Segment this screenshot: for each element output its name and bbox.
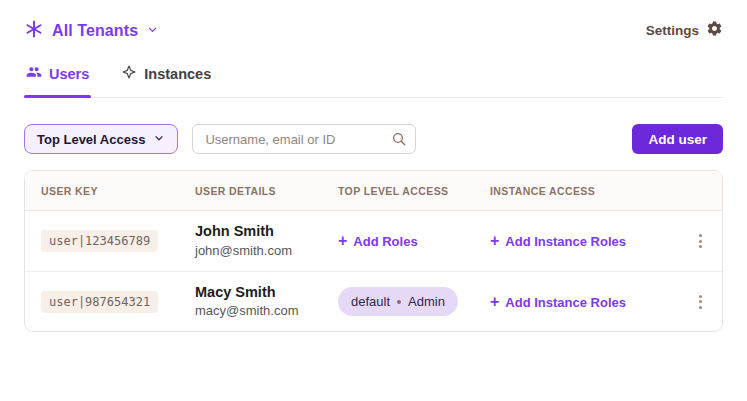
search-input[interactable] [192,124,416,154]
table-row: user|123456789 John Smith john@smith.com… [25,211,722,271]
sparkle-icon [121,64,137,84]
user-name: Macy Smith [195,283,338,301]
add-roles-label: Add Roles [353,234,417,249]
user-email: macy@smith.com [195,303,338,320]
role-badge: default Admin [338,287,458,316]
role-badge-environment: default [351,294,390,309]
plus-icon: + [490,233,499,249]
user-name: John Smith [195,222,338,240]
row-actions-menu-button[interactable] [695,230,706,252]
add-user-button[interactable]: Add user [632,124,723,154]
access-filter-label: Top Level Access [37,132,145,147]
settings-label: Settings [646,23,699,38]
dot-separator-icon [397,300,401,304]
toolbar: Top Level Access Add user [24,124,723,154]
access-filter-dropdown[interactable]: Top Level Access [24,124,178,154]
user-key-chip: user|987654321 [41,291,158,313]
column-header-top-level-access: TOP LEVEL ACCESS [338,185,490,197]
add-instance-roles-label: Add Instance Roles [505,295,626,310]
table-header-row: USER KEY USER DETAILS TOP LEVEL ACCESS I… [25,171,722,211]
column-header-user-details: USER DETAILS [195,185,338,197]
tab-users[interactable]: Users [24,56,91,97]
role-badge-role: Admin [408,294,445,309]
asterisk-logo-icon [24,19,44,43]
row-actions-menu-button[interactable] [695,291,706,313]
gear-icon [706,20,723,41]
tenant-switcher-label: All Tenants [52,22,138,40]
chevron-down-icon [146,22,159,40]
add-roles-button[interactable]: + Add Roles [338,234,418,249]
search-box [192,124,416,154]
add-instance-roles-button[interactable]: + Add Instance Roles [490,234,626,249]
plus-icon: + [490,294,499,310]
tab-instances[interactable]: Instances [119,56,213,97]
settings-button[interactable]: Settings [646,20,723,41]
tenant-switcher[interactable]: All Tenants [24,19,159,43]
tab-bar: Users Instances [24,56,723,98]
magnifier-icon [391,131,407,151]
top-bar: All Tenants Settings [24,0,723,42]
tab-instances-label: Instances [144,66,211,82]
tab-users-label: Users [49,66,89,82]
chevron-down-icon [153,132,165,147]
column-header-user-key: USER KEY [41,185,195,197]
users-table: USER KEY USER DETAILS TOP LEVEL ACCESS I… [24,170,723,332]
table-row: user|987654321 Macy Smith macy@smith.com… [25,271,722,331]
user-email: john@smith.com [195,243,338,260]
admin-dashboard: All Tenants Settings Users [0,0,747,401]
user-key-chip: user|123456789 [41,230,158,252]
users-icon [26,64,42,84]
add-instance-roles-button[interactable]: + Add Instance Roles [490,295,626,310]
plus-icon: + [338,233,347,249]
add-instance-roles-label: Add Instance Roles [505,234,626,249]
column-header-instance-access: INSTANCE ACCESS [490,185,668,197]
